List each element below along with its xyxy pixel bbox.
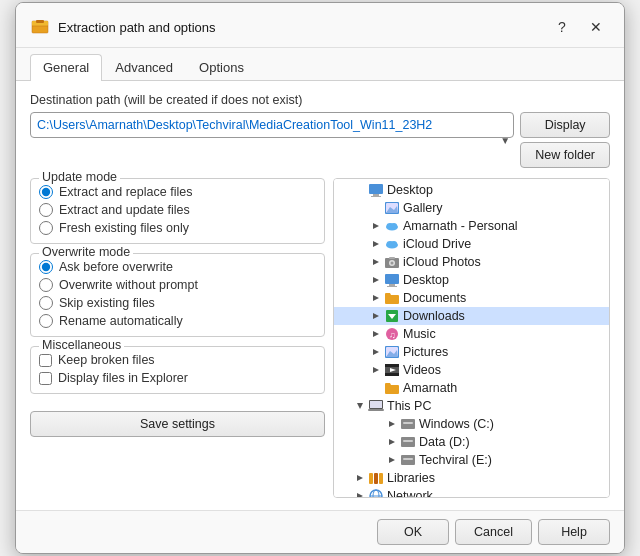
help-button[interactable]: ?	[548, 13, 576, 41]
tree-folder-icon	[384, 362, 400, 378]
tree-item[interactable]: Data (D:)	[334, 433, 609, 451]
svg-rect-58	[374, 473, 378, 484]
tree-item[interactable]: This PC	[334, 397, 609, 415]
tree-item[interactable]: Techviral (E:)	[334, 451, 609, 469]
tree-item-label: Data (D:)	[419, 435, 470, 449]
tree-item[interactable]: Pictures	[334, 343, 609, 361]
svg-marker-31	[373, 331, 379, 337]
tree-folder-icon: ♫	[384, 326, 400, 342]
svg-rect-26	[387, 286, 397, 287]
svg-point-21	[391, 262, 394, 265]
tab-advanced[interactable]: Advanced	[102, 54, 186, 80]
tree-expander-icon	[384, 434, 400, 450]
svg-marker-38	[373, 367, 379, 373]
tree-expander-icon	[368, 200, 384, 216]
svg-marker-28	[373, 313, 379, 319]
misc-label: Miscellaneous	[39, 338, 124, 352]
tree-item[interactable]: iCloud Drive	[334, 235, 609, 253]
file-tree-panel[interactable]: DesktopGalleryAmarnath - PersonaliCloud …	[333, 178, 610, 498]
display-button[interactable]: Display	[520, 112, 610, 138]
svg-rect-40	[385, 364, 399, 367]
svg-rect-41	[385, 373, 399, 376]
tree-folder-icon	[384, 290, 400, 306]
misc-keep-broken[interactable]: Keep broken files	[39, 351, 316, 369]
tree-folder-icon	[384, 272, 400, 288]
tree-item-label: Amarnath	[403, 381, 457, 395]
svg-marker-18	[373, 259, 379, 265]
svg-rect-55	[403, 458, 413, 460]
dest-buttons: Display New folder	[520, 112, 610, 168]
tree-item[interactable]: Libraries	[334, 469, 609, 487]
tree-folder-icon	[368, 182, 384, 198]
tree-item[interactable]: Desktop	[334, 271, 609, 289]
dialog-body: Destination path (will be created if doe…	[16, 81, 624, 510]
tree-item[interactable]: Desktop	[334, 181, 609, 199]
tab-general[interactable]: General	[30, 54, 102, 81]
tree-item-label: Gallery	[403, 201, 443, 215]
help-footer-button[interactable]: Help	[538, 519, 610, 545]
svg-marker-14	[373, 241, 379, 247]
tree-expander-icon	[368, 236, 384, 252]
tab-options[interactable]: Options	[186, 54, 257, 80]
tree-item[interactable]: Network	[334, 487, 609, 498]
tree-expander-icon	[384, 452, 400, 468]
overwrite-ask-option[interactable]: Ask before overwrite	[39, 258, 316, 276]
tree-expander-icon	[368, 326, 384, 342]
svg-marker-27	[373, 295, 379, 301]
svg-marker-53	[389, 457, 395, 463]
svg-marker-60	[357, 493, 363, 498]
svg-rect-4	[369, 184, 383, 194]
tree-expander-icon	[352, 398, 368, 414]
overwrite-skip-option[interactable]: Skip existing files	[39, 294, 316, 312]
left-panel: Update mode Extract and replace files Ex…	[30, 178, 325, 498]
svg-rect-45	[370, 401, 382, 408]
svg-point-62	[373, 490, 379, 498]
close-button[interactable]: ✕	[582, 13, 610, 41]
ok-button[interactable]: OK	[377, 519, 449, 545]
tree-folder-icon	[368, 398, 384, 414]
tab-bar: General Advanced Options	[16, 48, 624, 81]
tree-item[interactable]: Amarnath - Personal	[334, 217, 609, 235]
tree-item[interactable]: Downloads	[334, 307, 609, 325]
tree-folder-icon	[400, 452, 416, 468]
tree-item[interactable]: ♫Music	[334, 325, 609, 343]
tree-item[interactable]: iCloud Photos	[334, 253, 609, 271]
svg-text:♫: ♫	[389, 330, 396, 340]
tree-item[interactable]: Amarnath	[334, 379, 609, 397]
update-fresh-option[interactable]: Fresh existing files only	[39, 219, 316, 237]
svg-rect-52	[403, 440, 413, 442]
tree-item-label: Amarnath - Personal	[403, 219, 518, 233]
new-folder-button[interactable]: New folder	[520, 142, 610, 168]
tree-expander-icon	[368, 308, 384, 324]
save-settings-button[interactable]: Save settings	[30, 411, 325, 437]
cancel-button[interactable]: Cancel	[455, 519, 532, 545]
tree-folder-icon	[368, 470, 384, 486]
tree-item[interactable]: Videos	[334, 361, 609, 379]
tree-item[interactable]: Windows (C:)	[334, 415, 609, 433]
tree-item-label: Libraries	[387, 471, 435, 485]
overwrite-mode-label: Overwrite mode	[39, 245, 133, 259]
update-update-option[interactable]: Extract and update files	[39, 201, 316, 219]
update-replace-option[interactable]: Extract and replace files	[39, 183, 316, 201]
title-bar-controls: ? ✕	[548, 13, 610, 41]
tree-folder-icon	[384, 200, 400, 216]
tree-item-label: Documents	[403, 291, 466, 305]
save-btn-row: Save settings	[30, 411, 325, 437]
tree-item[interactable]: Documents	[334, 289, 609, 307]
overwrite-overwrite-option[interactable]: Overwrite without prompt	[39, 276, 316, 294]
tree-expander-icon	[368, 290, 384, 306]
tree-item-label: Windows (C:)	[419, 417, 494, 431]
svg-rect-57	[369, 473, 373, 484]
tree-item-label: Downloads	[403, 309, 465, 323]
svg-point-17	[391, 241, 397, 246]
svg-marker-50	[389, 439, 395, 445]
tree-expander-icon	[368, 254, 384, 270]
misc-display-explorer[interactable]: Display files in Explorer	[39, 369, 316, 387]
tree-item[interactable]: Gallery	[334, 199, 609, 217]
svg-marker-47	[389, 421, 395, 427]
overwrite-rename-option[interactable]: Rename automatically	[39, 312, 316, 330]
svg-rect-24	[385, 274, 399, 284]
tree-folder-icon	[384, 236, 400, 252]
tree-folder-icon	[384, 254, 400, 270]
dest-input[interactable]	[30, 112, 514, 138]
